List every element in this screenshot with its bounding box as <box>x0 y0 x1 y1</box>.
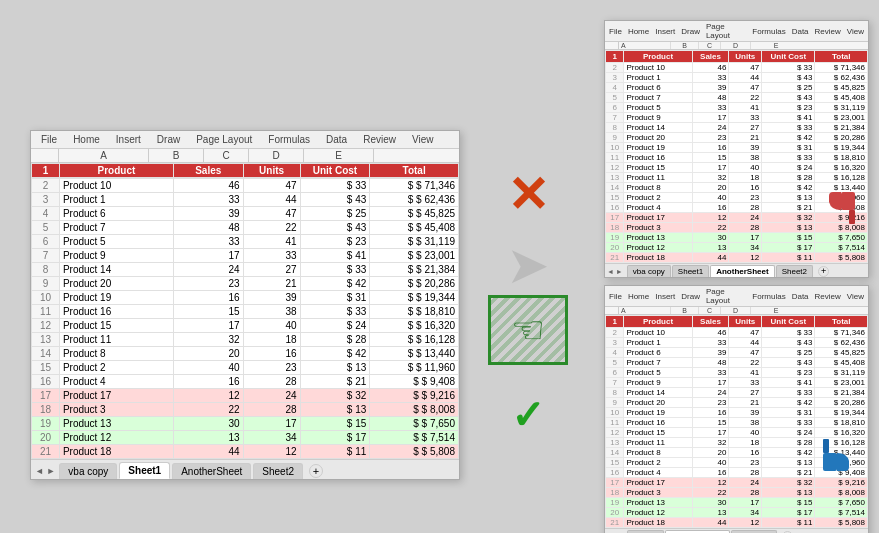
cell-product[interactable]: Product 20 <box>59 277 173 291</box>
mini-cell-sales[interactable]: 30 <box>692 233 729 243</box>
cell-units[interactable]: 44 <box>243 193 300 207</box>
mini-cell-sales[interactable]: 16 <box>692 143 729 153</box>
cell-total[interactable]: $ $ 20,286 <box>370 277 459 291</box>
cell-product[interactable]: Product 12 <box>59 431 173 445</box>
mini-cell-total[interactable]: $ 19,344 <box>815 143 868 153</box>
cell-units[interactable]: 28 <box>243 403 300 417</box>
mini-cell-sales[interactable]: 40 <box>692 193 729 203</box>
cell-units[interactable]: 23 <box>243 361 300 375</box>
mini-cell-sales[interactable]: 48 <box>692 358 729 368</box>
cell-sales[interactable]: 44 <box>173 445 243 459</box>
mini-cell-product[interactable]: Product 8 <box>624 448 692 458</box>
cell-sales[interactable]: 15 <box>173 305 243 319</box>
mini-cell-product[interactable]: Product 2 <box>624 193 692 203</box>
mini-cell-sales[interactable]: 32 <box>692 173 729 183</box>
cell-units[interactable]: 16 <box>243 347 300 361</box>
cell-units[interactable]: 21 <box>243 277 300 291</box>
mini-cell-total[interactable]: $ 71,346 <box>815 328 868 338</box>
tab-nav-arrows[interactable]: ◄ ► <box>35 466 55 476</box>
mini-cell-cost[interactable]: $ 33 <box>762 63 815 73</box>
tr-ribbon-data[interactable]: Data <box>792 27 809 36</box>
mini-cell-total[interactable]: $ 8,008 <box>815 488 868 498</box>
cell-units[interactable]: 12 <box>243 445 300 459</box>
cell-product[interactable]: Product 18 <box>59 445 173 459</box>
cell-product[interactable]: Product 6 <box>59 207 173 221</box>
cell-product[interactable]: Product 14 <box>59 263 173 277</box>
tr-ribbon-draw[interactable]: Draw <box>681 27 700 36</box>
cell-cost[interactable]: $ 13 <box>300 361 370 375</box>
cell-cost[interactable]: $ 11 <box>300 445 370 459</box>
mini-cell-cost[interactable]: $ 23 <box>762 368 815 378</box>
mini-cell-units[interactable]: 17 <box>729 498 762 508</box>
tr-tab-anothersheet[interactable]: AnotherSheet <box>710 265 774 277</box>
cell-total[interactable]: $ $ 21,384 <box>370 263 459 277</box>
cell-units[interactable]: 17 <box>243 417 300 431</box>
cell-sales[interactable]: 16 <box>173 291 243 305</box>
mini-cell-units[interactable]: 47 <box>729 328 762 338</box>
cell-total[interactable]: $ $ 19,344 <box>370 291 459 305</box>
mini-cell-sales[interactable]: 46 <box>692 63 729 73</box>
mini-cell-product[interactable]: Product 4 <box>624 203 692 213</box>
cell-cost[interactable]: $ 33 <box>300 179 370 193</box>
mini-cell-cost[interactable]: $ 42 <box>762 398 815 408</box>
mini-cell-total[interactable]: $ 16,128 <box>815 173 868 183</box>
cell-sales[interactable]: 13 <box>173 431 243 445</box>
mini-cell-product[interactable]: Product 17 <box>624 478 692 488</box>
mini-cell-units[interactable]: 40 <box>729 163 762 173</box>
col-header-d[interactable]: D <box>249 149 304 162</box>
tab-anothersheet[interactable]: AnotherSheet <box>172 463 251 479</box>
mini-cell-product[interactable]: Product 15 <box>624 428 692 438</box>
mini-cell-units[interactable]: 44 <box>729 338 762 348</box>
cell-units[interactable]: 40 <box>243 319 300 333</box>
mini-cell-sales[interactable]: 44 <box>692 253 729 263</box>
mini-cell-sales[interactable]: 17 <box>692 428 729 438</box>
mini-cell-units[interactable]: 47 <box>729 83 762 93</box>
cell-product[interactable]: Product 11 <box>59 333 173 347</box>
mini-cell-total[interactable]: $ 18,810 <box>815 153 868 163</box>
cell-total[interactable]: $ $ 13,440 <box>370 347 459 361</box>
col-header-a[interactable]: A <box>59 149 149 162</box>
mini-cell-cost[interactable]: $ 15 <box>762 498 815 508</box>
tr-tab-vba[interactable]: vba copy <box>627 265 671 277</box>
mini-cell-total[interactable]: $ 20,286 <box>815 398 868 408</box>
mini-cell-units[interactable]: 18 <box>729 438 762 448</box>
mini-cell-product[interactable]: Product 12 <box>624 508 692 518</box>
cell-total[interactable]: $ $ 16,128 <box>370 333 459 347</box>
cell-units[interactable]: 39 <box>243 291 300 305</box>
cell-units[interactable]: 34 <box>243 431 300 445</box>
ribbon-tab-data[interactable]: Data <box>322 133 351 146</box>
tr-ribbon-formulas[interactable]: Formulas <box>752 27 785 36</box>
br-ribbon-formulas[interactable]: Formulas <box>752 292 785 301</box>
tr-ribbon-file[interactable]: File <box>609 27 622 36</box>
ribbon-tab-file[interactable]: File <box>37 133 61 146</box>
cell-sales[interactable]: 16 <box>173 375 243 389</box>
mini-cell-sales[interactable]: 20 <box>692 183 729 193</box>
cell-product[interactable]: Product 5 <box>59 235 173 249</box>
mini-cell-units[interactable]: 24 <box>729 213 762 223</box>
mini-cell-product[interactable]: Product 13 <box>624 498 692 508</box>
mini-cell-total[interactable]: $ 5,808 <box>815 253 868 263</box>
cell-product[interactable]: Product 4 <box>59 375 173 389</box>
cell-total[interactable]: $ $ 31,119 <box>370 235 459 249</box>
mini-cell-product[interactable]: Product 6 <box>624 83 692 93</box>
mini-cell-sales[interactable]: 30 <box>692 498 729 508</box>
mini-cell-units[interactable]: 17 <box>729 233 762 243</box>
mini-cell-sales[interactable]: 32 <box>692 438 729 448</box>
cell-sales[interactable]: 22 <box>173 403 243 417</box>
mini-cell-units[interactable]: 34 <box>729 243 762 253</box>
mini-cell-product[interactable]: Product 16 <box>624 153 692 163</box>
mini-cell-cost[interactable]: $ 31 <box>762 408 815 418</box>
mini-cell-cost[interactable]: $ 13 <box>762 488 815 498</box>
mini-cell-cost[interactable]: $ 13 <box>762 193 815 203</box>
mini-cell-cost[interactable]: $ 24 <box>762 163 815 173</box>
mini-cell-product[interactable]: Product 19 <box>624 408 692 418</box>
cell-cost[interactable]: $ 28 <box>300 333 370 347</box>
mini-cell-cost[interactable]: $ 21 <box>762 203 815 213</box>
mini-cell-cost[interactable]: $ 42 <box>762 133 815 143</box>
mini-cell-sales[interactable]: 17 <box>692 113 729 123</box>
mini-cell-cost[interactable]: $ 31 <box>762 143 815 153</box>
cell-sales[interactable]: 12 <box>173 389 243 403</box>
tr-add-sheet[interactable]: + <box>818 266 829 277</box>
mini-cell-cost[interactable]: $ 28 <box>762 438 815 448</box>
mini-cell-units[interactable]: 40 <box>729 428 762 438</box>
